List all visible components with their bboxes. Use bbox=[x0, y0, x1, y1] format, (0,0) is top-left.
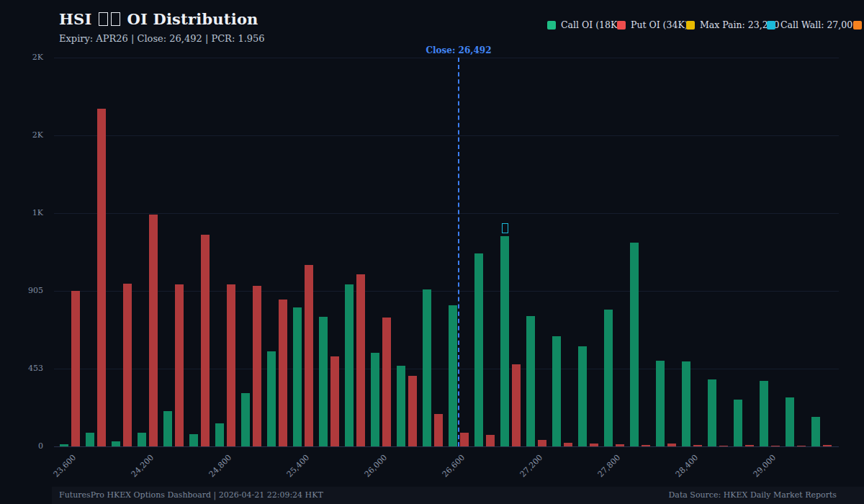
call-bar[interactable] bbox=[293, 307, 302, 446]
legend-item[interactable]: Max Pain: 23,200 bbox=[686, 19, 780, 30]
chart-subtitle: Expiry: APR26 | Close: 26,492 | PCR: 1.9… bbox=[59, 33, 265, 44]
footer-data-source: Data Source: HKEX Daily Market Reports bbox=[669, 490, 837, 500]
legend-swatch bbox=[853, 21, 862, 30]
put-bar[interactable] bbox=[201, 235, 210, 446]
legend-item[interactable]: Call Wall: 27,000 bbox=[767, 19, 858, 30]
call-bar[interactable] bbox=[656, 361, 665, 446]
call-bar[interactable] bbox=[163, 411, 172, 446]
call-wall-marker-glyph bbox=[502, 223, 508, 233]
put-bar[interactable] bbox=[719, 446, 728, 446]
call-bar[interactable] bbox=[552, 336, 561, 446]
legend-label: Call Wall: 27,000 bbox=[780, 19, 858, 30]
call-bar[interactable] bbox=[267, 351, 276, 446]
call-bar[interactable] bbox=[112, 441, 120, 446]
call-bar[interactable] bbox=[345, 284, 354, 446]
y-gridline bbox=[54, 291, 839, 292]
put-bar[interactable] bbox=[486, 435, 495, 446]
missing-glyph-box bbox=[99, 12, 108, 26]
put-bar[interactable] bbox=[616, 444, 624, 446]
put-bar[interactable] bbox=[538, 440, 546, 446]
call-bar[interactable] bbox=[474, 253, 483, 446]
legend-swatch bbox=[617, 21, 626, 30]
put-bar[interactable] bbox=[512, 364, 521, 446]
put-bar[interactable] bbox=[434, 414, 443, 446]
call-bar[interactable] bbox=[60, 444, 68, 446]
title-suffix: OI Distribution bbox=[127, 10, 258, 28]
call-bar[interactable] bbox=[189, 434, 198, 446]
put-bar[interactable] bbox=[227, 284, 235, 446]
call-bar[interactable] bbox=[526, 316, 535, 446]
put-bar[interactable] bbox=[279, 300, 287, 446]
call-bar[interactable] bbox=[449, 305, 457, 446]
call-bar[interactable] bbox=[500, 236, 509, 446]
put-bar[interactable] bbox=[590, 444, 598, 446]
put-bar[interactable] bbox=[823, 445, 832, 446]
put-bar[interactable] bbox=[564, 443, 572, 446]
put-bar[interactable] bbox=[667, 444, 676, 446]
put-bar[interactable] bbox=[97, 109, 106, 446]
call-bar[interactable] bbox=[682, 361, 690, 446]
call-bar[interactable] bbox=[786, 397, 794, 446]
y-axis-tick-label: 2K bbox=[10, 53, 43, 62]
put-bar[interactable] bbox=[71, 291, 80, 446]
put-bar[interactable] bbox=[305, 265, 313, 446]
dashboard-root: HSI OI Distribution Expiry: APR26 | Clos… bbox=[0, 0, 864, 504]
y-axis-tick-label: 1K bbox=[10, 208, 43, 217]
call-bar[interactable] bbox=[397, 366, 405, 446]
y-gridline bbox=[54, 213, 839, 214]
legend-item[interactable]: Put OI (34K) bbox=[617, 19, 688, 30]
put-bar[interactable] bbox=[356, 274, 365, 446]
put-bar[interactable] bbox=[771, 446, 780, 446]
title-prefix: HSI bbox=[59, 10, 91, 28]
y-gridline bbox=[54, 135, 839, 136]
legend-swatch bbox=[547, 21, 556, 30]
y-axis-tick-label: 453 bbox=[10, 364, 43, 373]
legend-swatch bbox=[767, 21, 775, 30]
legend-label: Put OI (34K) bbox=[631, 19, 688, 30]
put-bar[interactable] bbox=[797, 446, 806, 446]
y-axis-tick-label: 2K bbox=[10, 130, 43, 140]
call-bar[interactable] bbox=[86, 433, 94, 446]
call-bar[interactable] bbox=[760, 381, 768, 446]
call-bar[interactable] bbox=[734, 400, 742, 446]
put-bar[interactable] bbox=[253, 286, 261, 446]
put-bar[interactable] bbox=[745, 445, 754, 446]
call-bar[interactable] bbox=[708, 379, 716, 446]
call-bar[interactable] bbox=[215, 423, 224, 446]
call-bar[interactable] bbox=[811, 417, 820, 446]
legend-item[interactable]: Call OI (18K) bbox=[547, 19, 621, 30]
call-bar[interactable] bbox=[578, 346, 587, 446]
put-bar[interactable] bbox=[382, 318, 391, 446]
put-bar[interactable] bbox=[693, 445, 702, 446]
y-axis-tick-label: 905 bbox=[10, 286, 43, 295]
y-gridline bbox=[54, 369, 839, 369]
put-bar[interactable] bbox=[642, 445, 650, 446]
legend-swatch bbox=[686, 21, 695, 30]
put-bar[interactable] bbox=[175, 284, 184, 446]
footer-bar: FuturesPro HKEX Options Dashboard | 2026… bbox=[52, 487, 864, 504]
put-bar[interactable] bbox=[149, 215, 158, 446]
footer-app-info: FuturesPro HKEX Options Dashboard | 2026… bbox=[59, 490, 323, 500]
close-price-line bbox=[458, 58, 459, 446]
call-bar[interactable] bbox=[604, 310, 613, 446]
put-bar[interactable] bbox=[330, 356, 339, 446]
call-bar[interactable] bbox=[138, 433, 146, 446]
legend-item[interactable]: Put Wall bbox=[853, 19, 864, 30]
x-axis-line bbox=[54, 446, 839, 447]
put-bar[interactable] bbox=[408, 376, 417, 446]
legend-label: Call OI (18K) bbox=[561, 19, 621, 30]
call-bar[interactable] bbox=[630, 243, 639, 446]
y-gridline bbox=[54, 58, 839, 58]
call-bar[interactable] bbox=[319, 317, 328, 446]
call-bar[interactable] bbox=[423, 289, 431, 446]
y-axis-tick-label: 0 bbox=[10, 441, 43, 451]
close-price-label: Close: 26,492 bbox=[408, 45, 509, 55]
call-bar[interactable] bbox=[241, 393, 250, 446]
put-bar[interactable] bbox=[460, 433, 469, 446]
put-bar[interactable] bbox=[123, 284, 132, 446]
page-title: HSI OI Distribution bbox=[59, 10, 258, 28]
call-bar[interactable] bbox=[371, 353, 379, 446]
missing-glyph-box bbox=[111, 12, 120, 26]
